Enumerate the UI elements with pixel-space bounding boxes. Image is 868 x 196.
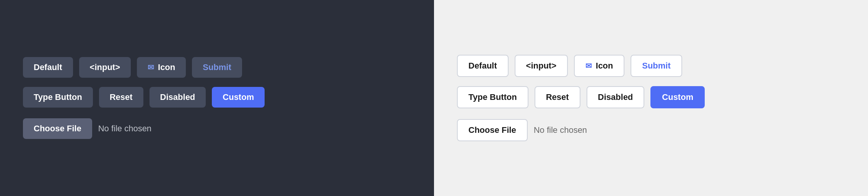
dark-input-button[interactable]: <input> [79,57,131,78]
light-panel: Default <input> ✉ Icon Submit Type Butto… [434,0,868,196]
light-custom-button[interactable]: Custom [650,86,705,108]
dark-panel: Default <input> ✉ Icon Submit Type Butto… [0,0,434,196]
light-no-file-label: No file chosen [534,125,587,135]
dark-choose-file-button[interactable]: Choose File [23,118,92,139]
dark-custom-button[interactable]: Custom [212,87,265,108]
light-file-row: Choose File No file chosen [457,119,587,141]
dark-file-row: Choose File No file chosen [23,118,151,139]
light-default-button[interactable]: Default [457,55,509,77]
light-disabled-button[interactable]: Disabled [587,86,645,108]
dark-submit-button[interactable]: Submit [192,57,242,78]
light-icon-button[interactable]: ✉ Icon [574,55,624,77]
dark-icon-button[interactable]: ✉ Icon [137,57,186,78]
light-input-button[interactable]: <input> [515,55,568,77]
dark-no-file-label: No file chosen [98,124,151,134]
light-row-1: Default <input> ✉ Icon Submit [457,55,682,77]
light-choose-file-button[interactable]: Choose File [457,119,528,141]
mail-icon: ✉ [148,63,154,72]
dark-row-1: Default <input> ✉ Icon Submit [23,57,242,78]
dark-default-button[interactable]: Default [23,57,73,78]
light-submit-button[interactable]: Submit [631,55,682,77]
dark-row-2: Type Button Reset Disabled Custom [23,87,265,108]
light-reset-button[interactable]: Reset [535,86,580,108]
dark-disabled-button[interactable]: Disabled [150,87,206,108]
dark-reset-button[interactable]: Reset [99,87,143,108]
light-type-button[interactable]: Type Button [457,86,528,108]
mail-icon: ✉ [585,61,592,70]
dark-type-button[interactable]: Type Button [23,87,93,108]
light-row-2: Type Button Reset Disabled Custom [457,86,705,108]
